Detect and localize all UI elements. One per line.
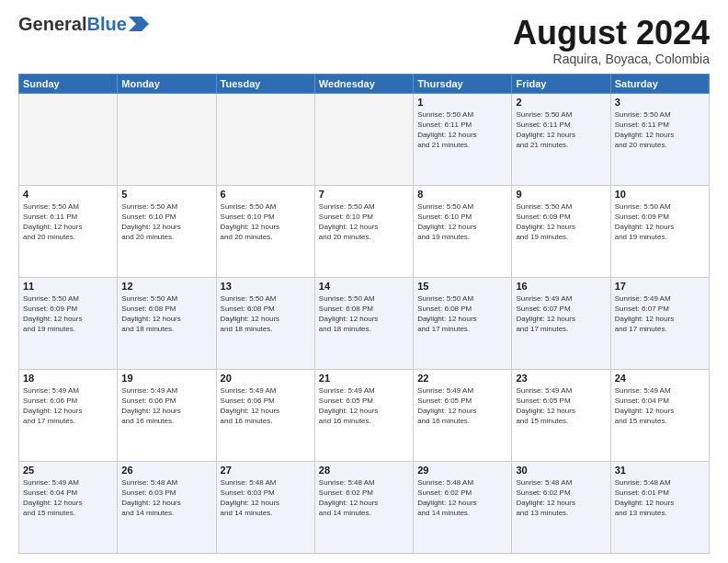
table-row: 20Sunrise: 5:49 AM Sunset: 6:06 PM Dayli… [216, 369, 314, 461]
day-info: Sunrise: 5:50 AM Sunset: 6:10 PM Dayligh… [319, 201, 409, 243]
header-thursday: Thursday [414, 74, 512, 93]
day-number: 14 [319, 281, 409, 292]
day-info: Sunrise: 5:50 AM Sunset: 6:10 PM Dayligh… [221, 201, 311, 243]
day-info: Sunrise: 5:50 AM Sunset: 6:09 PM Dayligh… [615, 201, 705, 243]
calendar-table: Sunday Monday Tuesday Wednesday Thursday… [18, 74, 710, 554]
day-info: Sunrise: 5:49 AM Sunset: 6:05 PM Dayligh… [319, 385, 409, 427]
table-row: 24Sunrise: 5:49 AM Sunset: 6:04 PM Dayli… [610, 369, 709, 461]
day-info: Sunrise: 5:50 AM Sunset: 6:11 PM Dayligh… [417, 109, 507, 151]
day-info: Sunrise: 5:49 AM Sunset: 6:07 PM Dayligh… [516, 293, 606, 335]
day-info: Sunrise: 5:49 AM Sunset: 6:05 PM Dayligh… [417, 385, 507, 427]
day-number: 1 [417, 97, 507, 108]
header-wednesday: Wednesday [314, 74, 413, 93]
table-row: 22Sunrise: 5:49 AM Sunset: 6:05 PM Dayli… [414, 369, 512, 461]
day-number: 5 [121, 189, 211, 200]
header-monday: Monday [118, 74, 216, 93]
table-row: 12Sunrise: 5:50 AM Sunset: 6:08 PM Dayli… [118, 277, 216, 369]
logo-blue: Blue [86, 14, 126, 34]
day-number: 18 [23, 373, 113, 384]
day-number: 2 [516, 97, 606, 108]
day-info: Sunrise: 5:48 AM Sunset: 6:01 PM Dayligh… [615, 477, 705, 519]
day-number: 26 [121, 465, 211, 476]
day-info: Sunrise: 5:50 AM Sunset: 6:09 PM Dayligh… [23, 293, 113, 335]
day-number: 4 [23, 189, 113, 200]
day-number: 24 [615, 373, 705, 384]
page: GeneralBlue August 2024 Raquira, Boyaca,… [0, 0, 728, 563]
day-number: 31 [615, 465, 705, 476]
day-number: 16 [516, 281, 606, 292]
table-row: 1Sunrise: 5:50 AM Sunset: 6:11 PM Daylig… [414, 93, 512, 185]
day-number: 9 [516, 189, 606, 200]
table-row: 4Sunrise: 5:50 AM Sunset: 6:11 PM Daylig… [19, 185, 118, 277]
day-number: 28 [319, 465, 409, 476]
day-number: 17 [615, 281, 705, 292]
day-number: 12 [121, 281, 211, 292]
table-row: 16Sunrise: 5:49 AM Sunset: 6:07 PM Dayli… [512, 277, 610, 369]
calendar-header-row: Sunday Monday Tuesday Wednesday Thursday… [19, 74, 710, 93]
table-row: 19Sunrise: 5:49 AM Sunset: 6:06 PM Dayli… [118, 369, 216, 461]
logo-general: General [18, 14, 86, 34]
table-row: 18Sunrise: 5:49 AM Sunset: 6:06 PM Dayli… [19, 369, 118, 461]
day-info: Sunrise: 5:48 AM Sunset: 6:02 PM Dayligh… [417, 477, 507, 519]
header: GeneralBlue August 2024 Raquira, Boyaca,… [18, 15, 710, 66]
calendar-body: 1Sunrise: 5:50 AM Sunset: 6:11 PM Daylig… [19, 93, 710, 553]
day-info: Sunrise: 5:48 AM Sunset: 6:03 PM Dayligh… [121, 477, 211, 519]
day-info: Sunrise: 5:50 AM Sunset: 6:10 PM Dayligh… [121, 201, 211, 243]
table-row: 10Sunrise: 5:50 AM Sunset: 6:09 PM Dayli… [610, 185, 709, 277]
day-number: 19 [121, 373, 211, 384]
day-number: 29 [417, 465, 507, 476]
day-number: 22 [417, 373, 507, 384]
logo-arrow-icon [129, 17, 149, 31]
calendar-week-row: 11Sunrise: 5:50 AM Sunset: 6:09 PM Dayli… [19, 277, 710, 369]
day-info: Sunrise: 5:50 AM Sunset: 6:08 PM Dayligh… [221, 293, 311, 335]
calendar-week-row: 1Sunrise: 5:50 AM Sunset: 6:11 PM Daylig… [19, 93, 710, 185]
header-friday: Friday [512, 74, 610, 93]
day-number: 13 [221, 281, 311, 292]
table-row [19, 93, 118, 185]
day-number: 8 [417, 189, 507, 200]
table-row: 15Sunrise: 5:50 AM Sunset: 6:08 PM Dayli… [414, 277, 512, 369]
table-row: 25Sunrise: 5:49 AM Sunset: 6:04 PM Dayli… [19, 461, 118, 553]
table-row: 23Sunrise: 5:49 AM Sunset: 6:05 PM Dayli… [512, 369, 610, 461]
table-row: 6Sunrise: 5:50 AM Sunset: 6:10 PM Daylig… [216, 185, 314, 277]
calendar-week-row: 18Sunrise: 5:49 AM Sunset: 6:06 PM Dayli… [19, 369, 710, 461]
day-info: Sunrise: 5:49 AM Sunset: 6:07 PM Dayligh… [615, 293, 705, 335]
table-row: 2Sunrise: 5:50 AM Sunset: 6:11 PM Daylig… [512, 93, 610, 185]
table-row: 14Sunrise: 5:50 AM Sunset: 6:08 PM Dayli… [314, 277, 413, 369]
day-number: 21 [319, 373, 409, 384]
day-number: 15 [417, 281, 507, 292]
month-title: August 2024 [513, 15, 710, 52]
table-row: 8Sunrise: 5:50 AM Sunset: 6:10 PM Daylig… [414, 185, 512, 277]
day-info: Sunrise: 5:49 AM Sunset: 6:04 PM Dayligh… [23, 477, 113, 519]
table-row: 27Sunrise: 5:48 AM Sunset: 6:03 PM Dayli… [216, 461, 314, 553]
day-info: Sunrise: 5:48 AM Sunset: 6:03 PM Dayligh… [221, 477, 311, 519]
day-number: 30 [516, 465, 606, 476]
table-row: 9Sunrise: 5:50 AM Sunset: 6:09 PM Daylig… [512, 185, 610, 277]
day-info: Sunrise: 5:49 AM Sunset: 6:04 PM Dayligh… [615, 385, 705, 427]
day-info: Sunrise: 5:48 AM Sunset: 6:02 PM Dayligh… [516, 477, 606, 519]
calendar-week-row: 4Sunrise: 5:50 AM Sunset: 6:11 PM Daylig… [19, 185, 710, 277]
day-number: 3 [615, 97, 705, 108]
title-block: August 2024 Raquira, Boyaca, Colombia [513, 15, 710, 66]
day-info: Sunrise: 5:48 AM Sunset: 6:02 PM Dayligh… [319, 477, 409, 519]
day-info: Sunrise: 5:49 AM Sunset: 6:05 PM Dayligh… [516, 385, 606, 427]
day-info: Sunrise: 5:50 AM Sunset: 6:09 PM Dayligh… [516, 201, 606, 243]
day-info: Sunrise: 5:50 AM Sunset: 6:08 PM Dayligh… [417, 293, 507, 335]
day-info: Sunrise: 5:49 AM Sunset: 6:06 PM Dayligh… [221, 385, 311, 427]
header-saturday: Saturday [610, 74, 709, 93]
day-info: Sunrise: 5:50 AM Sunset: 6:11 PM Dayligh… [615, 109, 705, 151]
header-sunday: Sunday [19, 74, 118, 93]
table-row: 13Sunrise: 5:50 AM Sunset: 6:08 PM Dayli… [216, 277, 314, 369]
day-number: 27 [221, 465, 311, 476]
day-info: Sunrise: 5:49 AM Sunset: 6:06 PM Dayligh… [23, 385, 113, 427]
day-info: Sunrise: 5:49 AM Sunset: 6:06 PM Dayligh… [121, 385, 211, 427]
table-row: 28Sunrise: 5:48 AM Sunset: 6:02 PM Dayli… [314, 461, 413, 553]
svg-marker-0 [129, 17, 149, 31]
table-row: 17Sunrise: 5:49 AM Sunset: 6:07 PM Dayli… [610, 277, 709, 369]
table-row: 7Sunrise: 5:50 AM Sunset: 6:10 PM Daylig… [314, 185, 413, 277]
location-subtitle: Raquira, Boyaca, Colombia [513, 52, 710, 66]
day-number: 10 [615, 189, 705, 200]
calendar-week-row: 25Sunrise: 5:49 AM Sunset: 6:04 PM Dayli… [19, 461, 710, 553]
day-info: Sunrise: 5:50 AM Sunset: 6:08 PM Dayligh… [121, 293, 211, 335]
day-number: 6 [221, 189, 311, 200]
